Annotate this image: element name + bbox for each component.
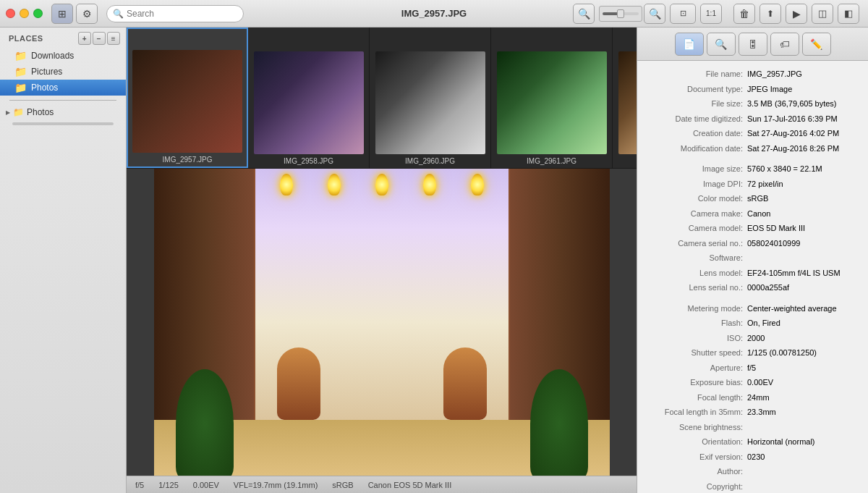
sidebar-item-photos[interactable]: 📁 Photos — [0, 80, 126, 96]
info-value-19: 2000 — [747, 332, 859, 345]
remove-place-button[interactable]: − — [93, 32, 106, 45]
play-button[interactable]: ▶ — [786, 4, 807, 24]
sidebar-group-photos[interactable]: ▶ 📁 Photos — [0, 105, 126, 119]
filmstrip: IMG_2957.JPG IMG_2958.JPG IMG_2960.JPG I… — [127, 28, 637, 169]
info-label-14: Lens model: — [646, 267, 747, 279]
info-row-17: Metering mode: Center-weighted average — [637, 301, 868, 316]
info-row-8: Image DPI: 72 pixel/in — [637, 177, 868, 192]
share-button[interactable]: ⬆ — [760, 4, 781, 24]
inspector-panel: 📄 🔍 🎛 🏷 ✏️ File name: IMG_2957.JPG Docum… — [637, 28, 868, 493]
search-tab-icon: 🔍 — [715, 38, 727, 50]
info-tab-icon: 📄 — [683, 38, 695, 50]
info-value-8: 72 pixel/in — [747, 178, 859, 190]
zoom-in-button[interactable]: 🔍 — [644, 4, 665, 24]
info-row-3: Date time digitized: Sun 17-Jul-2016 6:3… — [637, 111, 868, 127]
info-row-27: Exif version: 0230 — [637, 450, 868, 465]
info-label-19: ISO: — [646, 332, 747, 345]
folder-icon: 📁 — [14, 66, 27, 77]
main-image-view[interactable] — [127, 169, 637, 476]
thumbnail-4 — [618, 51, 637, 154]
main-scene — [154, 169, 610, 476]
info-value-22: 0.00EV — [747, 376, 859, 389]
filmstrip-item-4[interactable]: IMG_2962.JPG — [613, 28, 637, 168]
statusbar-vfl: VFL=19.7mm (19.1mm) — [234, 481, 318, 489]
info-label-8: Image DPI: — [646, 178, 747, 190]
info-row-25: Scene brightness: — [637, 420, 868, 435]
minimize-button[interactable] — [20, 9, 29, 18]
trash-button[interactable]: 🗑 — [733, 4, 755, 24]
info-value-9: sRGB — [747, 193, 859, 205]
main-container: Places + − ≡ 📁 Downloads 📁 Pictures 📁 Ph… — [0, 28, 868, 493]
folder-icon: 📁 — [14, 82, 27, 93]
info-value-18: On, Fired — [747, 317, 859, 329]
info-row-18: Flash: On, Fired — [637, 316, 868, 331]
sidebar-toggle-icon: ◫ — [818, 8, 827, 19]
info-row-11: Camera model: EOS 5D Mark III — [637, 221, 868, 236]
info-label-23: Focal length: — [646, 392, 747, 404]
info-value-27: 0230 — [747, 451, 859, 463]
trash-icon: 🗑 — [739, 8, 749, 20]
titlebar: ⊞ ⚙ 🔍 IMG_2957.JPG 🔍 🔍 ⊡ 1:1 🗑 — [0, 0, 868, 28]
thumbnail-3 — [497, 51, 607, 154]
search-icon: 🔍 — [113, 9, 124, 19]
edit-tab-icon: ✏️ — [810, 38, 822, 50]
info-value-4: Sat 27-Aug-2016 4:02 PM — [747, 127, 859, 140]
toolbar-right: 🔍 🔍 ⊡ 1:1 🗑 ⬆ ▶ ◫ ◧ — [573, 4, 862, 24]
adjust-tab-icon: 🎛 — [748, 38, 758, 50]
sidebar-item-pictures[interactable]: 📁 Pictures — [0, 64, 126, 80]
scene-figure-left — [277, 347, 320, 420]
info-row-5: Modification date: Sat 27-Aug-2016 8:26 … — [637, 141, 868, 156]
statusbar-aperture: f/5 — [135, 481, 144, 489]
inspector-toggle-icon: ◧ — [844, 8, 853, 19]
info-label-4: Creation date: — [646, 127, 747, 140]
info-value-14: EF24-105mm f/4L IS USM — [747, 267, 859, 279]
info-label-5: Modification date: — [646, 143, 747, 155]
inspector-tab-search[interactable]: 🔍 — [707, 33, 736, 56]
options-button[interactable]: ≡ — [107, 32, 120, 45]
filmstrip-item-1[interactable]: IMG_2958.JPG — [248, 28, 370, 168]
inspector-tab-info[interactable]: 📄 — [675, 33, 704, 56]
sidebar-item-downloads[interactable]: 📁 Downloads — [0, 48, 126, 64]
sidebar-scrollbar[interactable] — [12, 122, 113, 125]
statusbar-ev: 0.00EV — [193, 481, 219, 489]
settings-button[interactable]: ⚙ — [76, 4, 98, 24]
inspector-toggle-button[interactable]: ◧ — [838, 4, 859, 24]
info-row-13: Software: — [637, 250, 868, 266]
sidebar-item-label: Photos — [31, 83, 58, 93]
maximize-button[interactable] — [33, 9, 43, 18]
inspector-tab-keywords[interactable]: 🏷 — [770, 33, 799, 56]
filmstrip-item-0[interactable]: IMG_2957.JPG — [127, 28, 248, 168]
info-value-3: Sun 17-Jul-2016 6:39 PM — [747, 113, 859, 125]
scene-light-2 — [328, 174, 341, 195]
thumbnail-0 — [132, 50, 242, 153]
expand-triangle-icon: ▶ — [6, 109, 10, 116]
info-value-12: 058024010999 — [747, 237, 859, 250]
thumbnail-2 — [375, 51, 485, 154]
inspector-tab-edit[interactable]: ✏️ — [802, 33, 831, 56]
sidebar-toggle-button[interactable]: ◫ — [812, 4, 833, 24]
inspector-toolbar: 📄 🔍 🎛 🏷 ✏️ — [637, 28, 868, 61]
filmstrip-item-2[interactable]: IMG_2960.JPG — [370, 28, 491, 168]
scene-light-5 — [471, 174, 484, 195]
search-input[interactable] — [127, 9, 237, 19]
zoom-fit-button[interactable]: ⊡ — [670, 4, 696, 24]
info-label-24: Focal length in 35mm: — [646, 406, 747, 418]
inspector-tab-adjust[interactable]: 🎛 — [739, 33, 767, 56]
info-row-9: Color model: sRGB — [637, 191, 868, 206]
zoom-1to1-button[interactable]: 1:1 — [700, 4, 722, 24]
film-label-0: IMG_2957.JPG — [163, 156, 213, 164]
info-row-24: Focal length in 35mm: 23.3mm — [637, 405, 868, 420]
close-button[interactable] — [6, 9, 15, 18]
statusbar-camera: Canon EOS 5D Mark III — [368, 481, 452, 489]
grid-view-button[interactable]: ⊞ — [51, 4, 73, 24]
info-row-14: Lens model: EF24-105mm f/4L IS USM — [637, 266, 868, 281]
info-row-0: File name: IMG_2957.JPG — [637, 67, 868, 82]
filmstrip-item-3[interactable]: IMG_2961.JPG — [491, 28, 613, 168]
film-label-3: IMG_2961.JPG — [527, 157, 576, 165]
film-label-1: IMG_2958.JPG — [284, 157, 333, 165]
search-box[interactable]: 🔍 — [106, 5, 244, 22]
info-row-19: ISO: 2000 — [637, 331, 868, 346]
info-label-11: Camera model: — [646, 222, 747, 235]
add-place-button[interactable]: + — [78, 32, 91, 45]
zoom-out-button[interactable]: 🔍 — [573, 4, 595, 24]
